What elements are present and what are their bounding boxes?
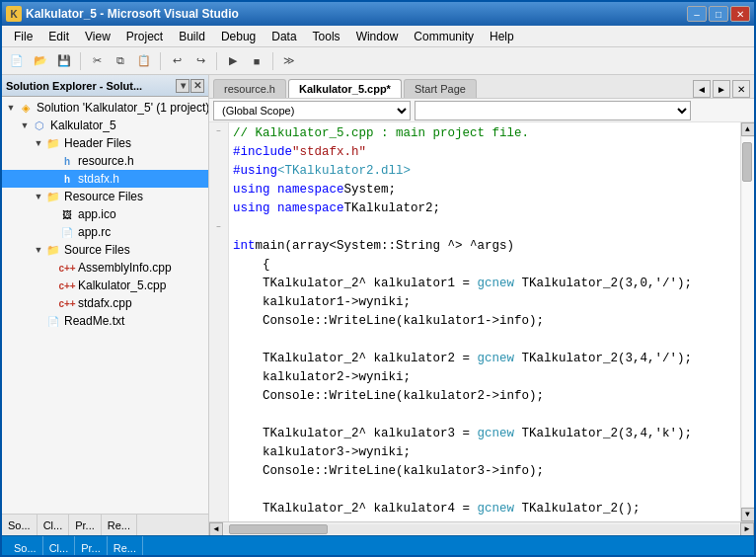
expander-app-ico [45,207,59,221]
expander-project: ▼ [18,119,32,132]
menu-file[interactable]: File [6,26,40,46]
scroll-up[interactable]: ▲ [741,122,755,136]
toolbar-debug-start[interactable]: ▶ [222,50,244,72]
gutter-17 [211,378,227,394]
status-pr: Pr... [75,536,108,557]
menu-view[interactable]: View [77,26,118,46]
toolbar-sep-2 [160,52,161,70]
code-line-12 [233,331,736,350]
status-so: So... [8,536,43,557]
se-footer-tab-re[interactable]: Re... [102,515,137,535]
gutter-6 [211,203,227,219]
header-files-label: Header Files [64,136,131,150]
code-line-13: TKalkulator_2^ kalkulator2 = gcnew TKalk… [233,350,736,368]
tab-resource-h[interactable]: resource.h [213,79,286,98]
collapse-1[interactable]: – [211,124,227,140]
expander-header-files: ▼ [32,136,45,150]
tree-node-source-files-folder[interactable]: ▼ 📁 Source Files [2,241,208,259]
menu-debug[interactable]: Debug [213,26,264,46]
minimize-button[interactable]: – [687,6,707,22]
code-line-18: kalkulator3->wyniki; [233,443,736,462]
code-line-17: TKalkulator_2^ kalkulator3 = gcnew TKalk… [233,425,736,443]
menu-window[interactable]: Window [348,26,407,46]
gutter-22 [211,458,227,474]
tab-start-page[interactable]: Start Page [404,79,477,98]
toolbar-debug-stop[interactable]: ■ [246,50,267,72]
toolbar-redo[interactable]: ↪ [189,50,211,72]
se-footer-tab-so[interactable]: So... [2,515,38,535]
maximize-button[interactable]: □ [709,6,728,22]
scroll-track[interactable] [742,137,754,507]
app-ico-label: app.ico [78,207,116,221]
toolbar-more[interactable]: ≫ [278,50,300,72]
cpp-stdafx-icon: c++ [59,295,75,311]
tab-nav-left[interactable]: ◄ [693,80,711,98]
tree-node-solution[interactable]: ▼ ◈ Solution 'Kalkulator_5' (1 project) [2,99,208,117]
toolbar-open[interactable]: 📂 [30,50,51,72]
expander-kalkulator-cpp [45,278,59,292]
code-line-7: int main(array<System::String ^> ^args) [233,237,736,256]
tree-node-stdafx-cpp[interactable]: c++ stdafx.cpp [2,294,208,312]
gutter-12 [211,299,227,315]
menu-community[interactable]: Community [406,26,482,46]
se-footer-tab-cl[interactable]: Cl... [38,515,70,535]
menu-tools[interactable]: Tools [305,26,348,46]
tree-node-kalkulator-cpp[interactable]: c++ Kalkulator_5.cpp [2,277,208,294]
expander-resource-files: ▼ [32,190,45,203]
menu-project[interactable]: Project [118,26,171,46]
scope-dropdown[interactable]: (Global Scope) [213,101,411,120]
code-line-16 [233,406,736,425]
solution-explorer-tree: ▼ ◈ Solution 'Kalkulator_5' (1 project) … [2,97,208,514]
toolbar-cut[interactable]: ✂ [86,50,108,72]
menu-build[interactable]: Build [171,26,213,46]
gutter-16 [211,362,227,378]
gutter-10 [211,268,227,283]
code-content[interactable]: // Kalkulator_5.cpp : main project file.… [229,122,740,521]
code-line-5: using namespace TKalkulator2; [233,199,736,218]
menu-bar: File Edit View Project Build Debug Data … [2,26,754,47]
tree-node-resource-h[interactable]: h resource.h [2,152,208,170]
tree-node-project[interactable]: ▼ ⬡ Kalkulator_5 [2,117,208,134]
scroll-down[interactable]: ▼ [741,508,755,521]
tree-node-readme[interactable]: 📄 ReadMe.txt [2,312,208,330]
resource-h-label: resource.h [78,154,134,168]
hscroll-left[interactable]: ◄ [209,522,223,536]
collapse-7[interactable]: – [211,219,227,235]
se-pin-button[interactable]: ▾ [176,79,189,93]
function-dropdown[interactable] [415,101,691,120]
hscroll-right[interactable]: ► [740,522,754,536]
toolbar-copy[interactable]: ⧉ [110,50,131,72]
toolbar-undo[interactable]: ↩ [166,50,188,72]
tree-node-assemblyinfo[interactable]: c++ AssemblyInfo.cpp [2,259,208,277]
gutter-2 [211,140,227,156]
tab-kalkulator-cpp[interactable]: Kalkulator_5.cpp* [288,79,402,98]
solution-explorer-header: Solution Explorer - Solut... ▾ ✕ [2,75,208,97]
hscroll-track[interactable] [224,524,739,534]
code-line-6 [233,218,736,237]
tree-node-app-rc[interactable]: 📄 app.rc [2,223,208,241]
tree-node-header-files-folder[interactable]: ▼ 📁 Header Files [2,134,208,152]
menu-help[interactable]: Help [482,26,522,46]
tab-close-btn[interactable]: ✕ [732,80,750,98]
solution-icon: ◈ [18,100,34,116]
readme-label: ReadMe.txt [64,314,124,328]
toolbar-new[interactable]: 📄 [6,50,28,72]
gutter-11 [211,283,227,299]
code-line-14: kalkulator2->wyniki; [233,368,736,387]
toolbar-paste[interactable]: 📋 [133,50,155,72]
hscroll-thumb[interactable] [229,524,328,534]
horizontal-scrollbar: ◄ ► [209,521,754,535]
expander-app-rc [45,225,59,239]
solution-explorer-footer: So... Cl... Pr... Re... [2,514,208,535]
close-button[interactable]: ✕ [730,6,750,22]
scroll-thumb[interactable] [742,142,752,182]
tree-node-app-ico[interactable]: 🖼 app.ico [2,205,208,223]
se-footer-tab-pr[interactable]: Pr... [69,515,102,535]
menu-edit[interactable]: Edit [40,26,77,46]
toolbar-save[interactable]: 💾 [53,50,75,72]
tree-node-resource-files-folder[interactable]: ▼ 📁 Resource Files [2,188,208,205]
menu-data[interactable]: Data [264,26,304,46]
tree-node-stdafx-h[interactable]: h stdafx.h [2,170,208,188]
tab-nav-right[interactable]: ► [713,80,730,98]
se-close-button[interactable]: ✕ [190,79,204,93]
